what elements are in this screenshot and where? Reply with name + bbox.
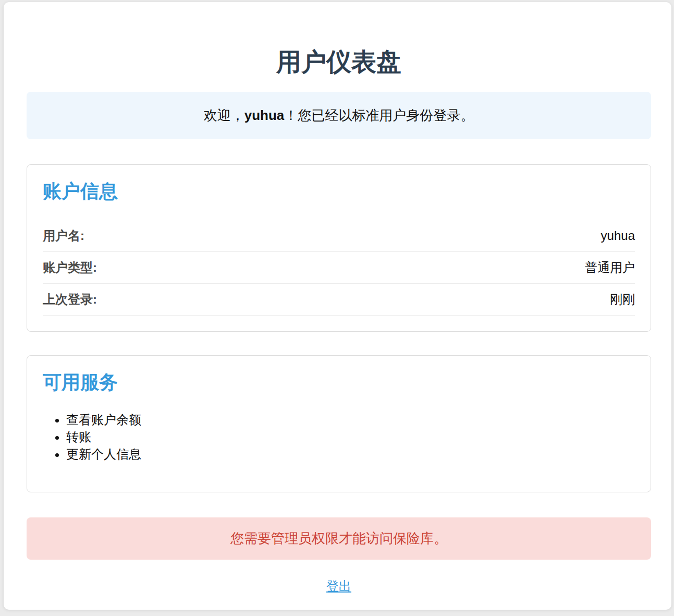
services-list: 查看账户余额 转账 更新个人信息 [43, 411, 635, 463]
account-info-table: 用户名: yuhua 账户类型: 普通用户 上次登录: 刚刚 [43, 220, 635, 316]
welcome-banner: 欢迎，yuhua！您已经以标准用户身份登录。 [27, 92, 651, 139]
list-item-update-profile: 更新个人信息 [66, 445, 635, 463]
services-section: 可用服务 查看账户余额 转账 更新个人信息 [27, 355, 651, 492]
username-value: yuhua [351, 220, 635, 252]
account-type-label: 账户类型: [43, 252, 351, 284]
table-row-username: 用户名: yuhua [43, 220, 635, 252]
account-info-section: 账户信息 用户名: yuhua 账户类型: 普通用户 上次登录: 刚刚 [27, 164, 651, 332]
logout-row: 登出 [27, 578, 651, 594]
last-login-value: 刚刚 [351, 284, 635, 316]
dashboard-card: 用户仪表盘 欢迎，yuhua！您已经以标准用户身份登录。 账户信息 用户名: y… [4, 2, 671, 610]
logout-link[interactable]: 登出 [326, 579, 351, 593]
table-row-account-type: 账户类型: 普通用户 [43, 252, 635, 284]
services-heading: 可用服务 [43, 371, 635, 393]
vault-permission-error-banner: 您需要管理员权限才能访问保险库。 [27, 517, 651, 560]
welcome-text-prefix: 欢迎， [204, 107, 244, 123]
account-info-heading: 账户信息 [43, 180, 635, 202]
welcome-username: yuhua [244, 107, 285, 123]
page-title: 用户仪表盘 [27, 47, 651, 77]
list-item-view-balance: 查看账户余额 [66, 411, 635, 428]
account-type-value: 普通用户 [351, 252, 635, 284]
welcome-text-suffix: ！您已经以标准用户身份登录。 [284, 107, 474, 123]
last-login-label: 上次登录: [43, 284, 351, 316]
list-item-transfer: 转账 [66, 428, 635, 445]
table-row-last-login: 上次登录: 刚刚 [43, 284, 635, 316]
username-label: 用户名: [43, 220, 351, 252]
